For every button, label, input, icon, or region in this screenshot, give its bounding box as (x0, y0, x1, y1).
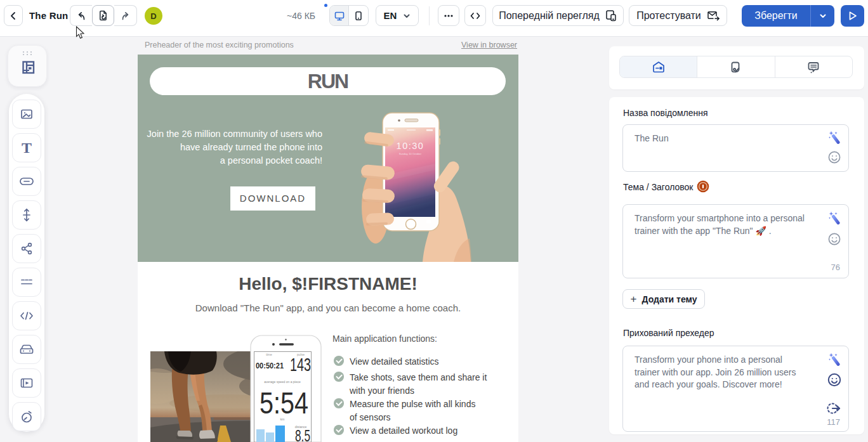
svg-text:8.5: 8.5 (295, 426, 310, 442)
svg-text:10:30: 10:30 (397, 141, 424, 151)
svg-text:Sunday, 10 October: Sunday, 10 October (399, 152, 422, 155)
svg-text:143: 143 (290, 354, 311, 375)
svg-text:time: time (266, 353, 272, 356)
svg-text:5:54: 5:54 (260, 386, 308, 420)
svg-text:km: km (280, 417, 285, 421)
svg-text:average speed on a piece: average speed on a piece (264, 380, 301, 384)
svg-text:00:50:21: 00:50:21 (256, 361, 284, 370)
